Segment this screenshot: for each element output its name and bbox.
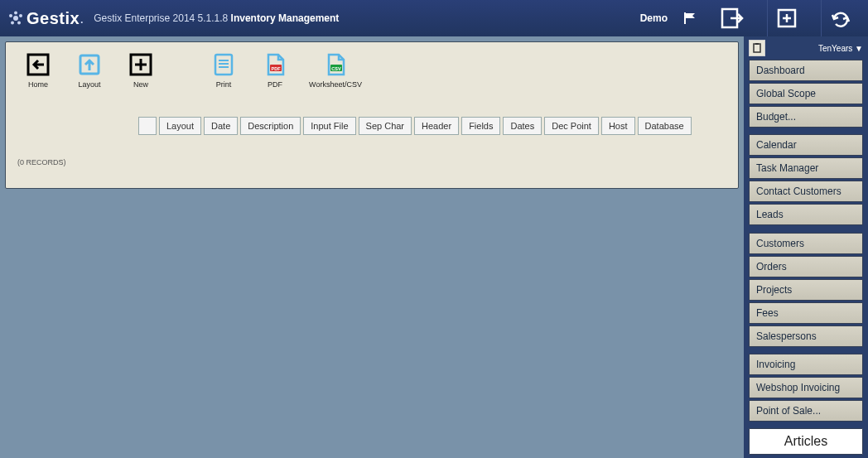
plus-icon [128, 52, 153, 77]
column-header-host[interactable]: Host [601, 117, 635, 135]
column-header-inputfile[interactable]: Input File [303, 117, 355, 135]
app-module: Inventory Management [231, 12, 340, 24]
sidebar-item-customers[interactable]: Customers [749, 233, 863, 254]
column-header-database[interactable]: Database [638, 117, 692, 135]
period-selector[interactable]: TenYears ▼ [818, 44, 863, 53]
sidebar-item-task-manager[interactable]: Task Manager [749, 157, 863, 179]
column-header-dates[interactable]: Dates [503, 117, 542, 135]
toolbar-label: PDF [268, 80, 282, 89]
sidebar-top: TenYears ▼ [749, 40, 863, 58]
app-version: Gestix Enterprise 2014 5.1.1.8 [94, 12, 228, 24]
refresh-button[interactable] [821, 0, 860, 36]
sidebar-item-fees[interactable]: Fees [749, 302, 863, 324]
new-window-button[interactable] [767, 0, 806, 36]
home-icon [26, 52, 51, 77]
csv-button[interactable]: CSV Worksheet/CSV [309, 52, 362, 89]
pdf-button[interactable]: PDF PDF [258, 52, 292, 89]
toolbar-label: Worksheet/CSV [309, 80, 362, 89]
svg-point-0 [13, 16, 18, 21]
column-header-sepchar[interactable]: Sep Char [359, 117, 412, 135]
layout-icon [77, 52, 102, 77]
toolbar-label: Layout [78, 80, 100, 89]
column-header-description[interactable]: Description [240, 117, 301, 135]
toolbar-label: New [133, 80, 148, 89]
svg-point-4 [11, 22, 14, 25]
toolbar-label: Print [216, 80, 232, 89]
pdf-icon: PDF [263, 52, 287, 77]
sidebar-item-leads[interactable]: Leads [749, 204, 863, 225]
sidebar-item-calendar[interactable]: Calendar [749, 134, 863, 156]
svg-text:PDF: PDF [272, 66, 282, 71]
logout-button[interactable] [714, 0, 752, 36]
brand-name: Gestix [27, 9, 80, 28]
svg-point-2 [19, 14, 22, 17]
column-header-fields[interactable]: Fields [461, 117, 500, 135]
svg-rect-38 [755, 43, 759, 45]
svg-text:CSV: CSV [331, 66, 341, 71]
sidebar-item-articles[interactable]: Articles [749, 428, 863, 455]
sidebar: TenYears ▼ Dashboard Global Scope Budget… [744, 36, 868, 458]
sidebar-item-projects[interactable]: Projects [749, 279, 863, 301]
print-icon [211, 52, 236, 77]
toolbar-top: Home Layout [14, 49, 730, 89]
sidebar-item-pos[interactable]: Point of Sale... [749, 400, 863, 422]
svg-point-5 [9, 14, 12, 17]
svg-point-1 [14, 12, 17, 15]
sidebar-item-salespersons[interactable]: Salespersons [749, 325, 863, 347]
demo-label: Demo [640, 12, 668, 24]
clipboard-icon[interactable] [749, 40, 765, 56]
topbar: Gestix . Gestix Enterprise 2014 5.1.1.8 … [0, 0, 868, 36]
brand-logo-icon [8, 11, 23, 26]
app-title: Gestix Enterprise 2014 5.1.1.8 Inventory… [94, 12, 339, 24]
content-panel: Home Layout [5, 41, 739, 189]
main-area: Home Layout [0, 36, 868, 458]
csv-icon: CSV [323, 52, 348, 77]
svg-rect-37 [754, 44, 760, 52]
column-headers: Layout Date Description Input File Sep C… [138, 117, 730, 135]
print-button[interactable]: Print [206, 52, 241, 89]
column-header-layout[interactable]: Layout [159, 117, 201, 135]
home-button[interactable]: Home [21, 52, 55, 89]
sidebar-item-invoicing[interactable]: Invoicing [749, 354, 863, 375]
toolbar-bottom: PDF CSV [14, 168, 730, 173]
column-header-date[interactable]: Date [204, 117, 238, 135]
svg-point-3 [17, 22, 21, 25]
content-column: Home Layout [0, 36, 744, 458]
column-header-header[interactable]: Header [414, 117, 459, 135]
toolbar-label: Home [28, 80, 48, 89]
sidebar-item-contact-customers[interactable]: Contact Customers [749, 181, 863, 202]
sidebar-item-dashboard[interactable]: Dashboard [749, 60, 863, 81]
column-header-decpoint[interactable]: Dec Point [544, 117, 599, 135]
record-count: (0 RECORDS) [17, 158, 730, 166]
column-header-empty[interactable] [138, 117, 157, 135]
flag-icon[interactable] [682, 11, 699, 26]
new-button[interactable]: New [123, 52, 158, 89]
sidebar-item-budget[interactable]: Budget... [749, 106, 863, 128]
topbar-right: Demo [640, 0, 860, 36]
layout-button[interactable]: Layout [72, 52, 107, 89]
sidebar-item-webshop-invoicing[interactable]: Webshop Invoicing [749, 377, 863, 398]
sidebar-item-global-scope[interactable]: Global Scope [749, 83, 863, 104]
sidebar-item-orders[interactable]: Orders [749, 256, 863, 277]
